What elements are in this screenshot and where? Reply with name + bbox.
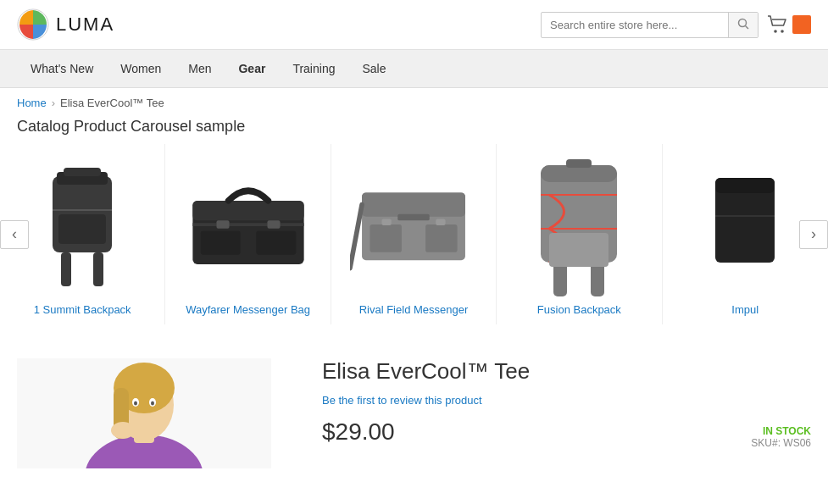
breadcrumb-home[interactable]: Home [17, 97, 47, 109]
nav-item-gear[interactable]: Gear [225, 50, 279, 87]
product-image-wayfarer [185, 152, 312, 296]
product-info: Elisa EverCool™ Tee Be the first to revi… [322, 358, 811, 449]
svg-rect-22 [370, 224, 402, 252]
nav-item-men[interactable]: Men [175, 50, 225, 87]
svg-line-2 [746, 25, 749, 29]
logo-text: LUMA [56, 14, 114, 36]
nav-item-training[interactable]: Training [279, 50, 348, 87]
carousel-wrapper: ‹ [0, 144, 828, 324]
cart-badge [792, 15, 811, 34]
product-title: Elisa EverCool™ Tee [322, 358, 811, 385]
search-box [541, 12, 759, 38]
breadcrumb-separator: › [52, 97, 55, 109]
impulse-image [711, 169, 779, 280]
header-right [541, 12, 811, 38]
breadcrumb-current: Elisa EverCool™ Tee [60, 97, 164, 109]
carousel-items: 1 Summit Backpack [0, 144, 828, 324]
logo-area[interactable]: LUMA [17, 8, 114, 41]
product-section: Elisa EverCool™ Tee Be the first to revi… [0, 341, 828, 488]
svg-rect-21 [397, 214, 430, 221]
svg-line-26 [350, 205, 362, 269]
carousel-item: Rival Field Messenger [331, 144, 497, 324]
svg-rect-32 [553, 263, 567, 296]
svg-point-3 [774, 30, 777, 33]
product-image-area [17, 358, 288, 471]
sku-value: WS06 [783, 437, 811, 449]
product-main-image [17, 358, 271, 468]
stock-sku-area: IN STOCK SKU#: WS06 [751, 425, 811, 449]
nav-item-sale[interactable]: Sale [348, 50, 399, 87]
cart-area[interactable] [767, 15, 811, 34]
page-title: Catalog Product Carousel sample [0, 118, 828, 144]
breadcrumb: Home › Elisa EverCool™ Tee [0, 88, 828, 118]
svg-rect-17 [200, 231, 240, 255]
backpack-image-1 [31, 159, 133, 291]
svg-rect-29 [566, 159, 592, 168]
fusion-backpack-image [524, 152, 634, 296]
carousel-item-name[interactable]: Impul [670, 303, 821, 316]
carousel-item: Wayfarer Messenger Bag [165, 144, 331, 324]
carousel-item-name[interactable]: Wayfarer Messenger Bag [172, 303, 323, 316]
sku-line: SKU#: WS06 [751, 437, 811, 449]
search-button[interactable] [728, 13, 758, 37]
carousel-item: Fusion Backpack [497, 144, 662, 324]
nav-item-women[interactable]: Women [107, 50, 175, 87]
main-nav: What's New Women Men Gear Training Sale [0, 50, 828, 88]
svg-rect-20 [362, 193, 465, 217]
svg-rect-13 [192, 201, 303, 220]
svg-rect-34 [549, 233, 608, 267]
svg-rect-9 [93, 252, 103, 286]
product-image-fusion [515, 152, 642, 296]
svg-point-46 [134, 402, 137, 406]
price-stock-row: $29.00 IN STOCK SKU#: WS06 [322, 407, 811, 449]
carousel-item-name[interactable]: Fusion Backpack [503, 303, 654, 316]
sku-label: SKU#: [751, 437, 781, 449]
stock-status: IN STOCK [751, 425, 811, 437]
carousel-section: ‹ [0, 144, 828, 341]
search-icon [737, 18, 749, 30]
luma-logo-icon [17, 8, 49, 41]
carousel-prev-button[interactable]: ‹ [0, 220, 29, 249]
search-input[interactable] [542, 14, 728, 36]
header: LUMA [0, 0, 828, 50]
svg-point-48 [111, 422, 135, 439]
svg-rect-25 [436, 219, 445, 225]
nav-item-whats-new[interactable]: What's New [17, 50, 107, 87]
carousel-item-name[interactable]: 1 Summit Backpack [7, 303, 158, 316]
svg-rect-33 [591, 263, 604, 296]
cart-icon [767, 15, 789, 34]
carousel-item-name[interactable]: Rival Field Messenger [338, 303, 489, 316]
review-link[interactable]: Be the first to review this product [322, 394, 482, 407]
svg-rect-16 [267, 220, 280, 228]
product-image-impulse [681, 152, 809, 296]
svg-point-1 [739, 19, 747, 26]
product-image-summit [19, 152, 146, 296]
svg-point-47 [151, 402, 154, 406]
svg-rect-11 [58, 214, 106, 244]
svg-rect-15 [216, 220, 229, 228]
svg-rect-8 [61, 252, 71, 286]
product-image-rival [350, 152, 477, 296]
svg-rect-18 [256, 231, 296, 255]
field-messenger-image [350, 169, 477, 280]
svg-rect-36 [715, 178, 775, 193]
svg-rect-7 [64, 168, 101, 176]
svg-point-4 [781, 30, 784, 33]
svg-rect-24 [381, 219, 391, 225]
product-price: $29.00 [322, 418, 395, 446]
carousel-next-button[interactable]: › [799, 220, 828, 249]
svg-rect-23 [425, 224, 458, 252]
messenger-bag-image [185, 174, 312, 275]
